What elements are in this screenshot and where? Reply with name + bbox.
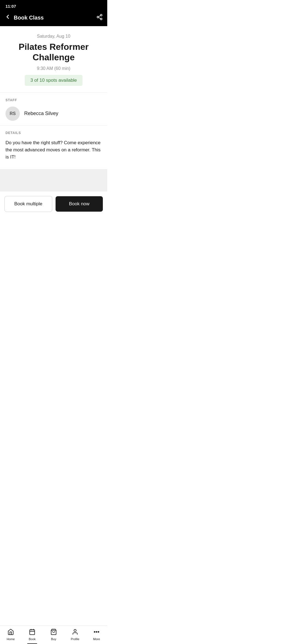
svg-line-4 bbox=[99, 15, 101, 17]
staff-section-label: STAFF bbox=[6, 98, 102, 102]
details-section: DETAILS Do you have the right stuff? Com… bbox=[0, 125, 107, 170]
staff-avatar: RS bbox=[6, 107, 20, 121]
empty-area bbox=[0, 170, 107, 192]
class-header: Saturday, Aug 10 Pilates Reformer Challe… bbox=[0, 26, 107, 93]
page-title: Book Class bbox=[14, 15, 44, 21]
class-time: 9:30 AM (60 min) bbox=[6, 66, 102, 71]
details-text: Do you have the right stuff? Come experi… bbox=[6, 139, 102, 161]
book-now-button[interactable]: Book now bbox=[56, 196, 103, 212]
top-nav: Book Class bbox=[0, 11, 107, 26]
action-buttons: Book multiple Book now bbox=[0, 192, 107, 215]
spots-badge: 3 of 10 spots available bbox=[25, 75, 82, 86]
share-button[interactable] bbox=[96, 14, 103, 22]
class-title: Pilates Reformer Challenge bbox=[6, 42, 102, 63]
back-button[interactable] bbox=[4, 13, 11, 22]
nav-left: Book Class bbox=[4, 13, 44, 22]
class-date: Saturday, Aug 10 bbox=[6, 34, 102, 39]
time-display: 11:07 bbox=[6, 4, 16, 9]
main-content: Saturday, Aug 10 Pilates Reformer Challe… bbox=[0, 26, 107, 248]
staff-name: Rebecca Silvey bbox=[24, 111, 58, 116]
svg-line-3 bbox=[99, 17, 101, 18]
details-section-label: DETAILS bbox=[6, 131, 102, 135]
staff-row: RS Rebecca Silvey bbox=[6, 107, 102, 121]
book-multiple-button[interactable]: Book multiple bbox=[4, 196, 52, 212]
status-bar: 11:07 bbox=[0, 0, 107, 11]
staff-section: STAFF RS Rebecca Silvey bbox=[0, 93, 107, 125]
